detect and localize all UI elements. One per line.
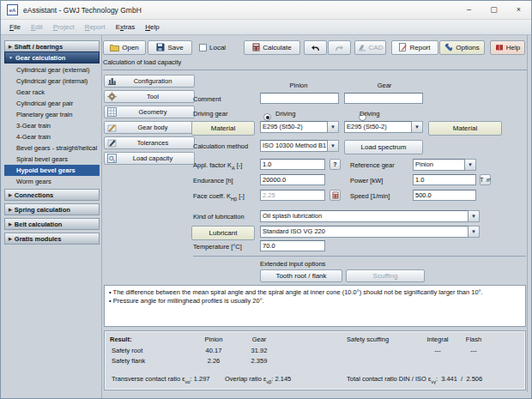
button-label: Options bbox=[456, 44, 480, 51]
help-button[interactable]: Help bbox=[490, 40, 525, 55]
material-gear-button[interactable]: Material bbox=[428, 121, 502, 136]
lubrication-dropdown[interactable]: Oil splash lubrication▼ bbox=[260, 210, 480, 222]
menu-text: elp bbox=[150, 23, 160, 31]
endurance-label: Endurance [h] bbox=[193, 177, 233, 184]
result-col-integral: Integral bbox=[426, 336, 448, 343]
menu-extras[interactable]: Extras bbox=[111, 21, 141, 33]
sidebar-header-label: Gratis modules bbox=[15, 235, 62, 243]
undo-icon bbox=[311, 44, 320, 51]
result-panel: Result: Pinion Gear Safety scuffing Inte… bbox=[104, 330, 526, 390]
minimize-button[interactable]: – bbox=[456, 1, 481, 19]
chevron-right-icon: ▶ bbox=[9, 236, 12, 241]
sidebar-item-4-gear-train[interactable]: 4-Gear train bbox=[4, 131, 100, 142]
sidebar-item-cylindrical-gear-external[interactable]: Cylindrical gear (external) bbox=[4, 64, 100, 76]
nav-button-label: Configuration bbox=[120, 77, 194, 85]
lubrication-label: Kind of lubrication bbox=[193, 213, 245, 221]
lubricant-dropdown[interactable]: Standard ISO VG 220▼ bbox=[260, 226, 480, 238]
sidebar-item-gratis-modules[interactable]: ▶Gratis modules bbox=[4, 233, 100, 245]
menu-file[interactable]: File bbox=[4, 21, 26, 33]
calculator-icon bbox=[332, 191, 339, 199]
menu-text: ile bbox=[14, 23, 21, 31]
sidebar-item-connections[interactable]: ▶Connections bbox=[4, 189, 100, 201]
face-coeff-calculator-button[interactable] bbox=[329, 190, 341, 201]
checkbox-icon bbox=[199, 44, 207, 51]
local-checkbox[interactable]: Local bbox=[199, 44, 242, 51]
options-button[interactable]: Options bbox=[439, 40, 485, 55]
sidebar-item-belt-calculation[interactable]: ▶Belt calculation bbox=[4, 218, 100, 230]
menu-text: roject bbox=[57, 23, 75, 31]
floppy-disk-icon bbox=[156, 43, 165, 51]
sidebar-item-gear-calculation[interactable]: ▼Gear calculation bbox=[4, 51, 100, 63]
driving-pinion-radio[interactable] bbox=[263, 113, 271, 121]
total-contact-ratio-din-value: 3.441 bbox=[441, 375, 457, 383]
sidebar-header-label: Shaft / bearings bbox=[15, 43, 63, 51]
result-col-flash: Flash bbox=[466, 336, 481, 343]
sidebar-header-label: Connections bbox=[15, 191, 53, 199]
open-button[interactable]: Open bbox=[103, 40, 146, 55]
maximize-button[interactable]: ▢ bbox=[481, 1, 506, 19]
menu-text: eport bbox=[89, 23, 105, 31]
hint-message-box: • The difference between the mean spiral… bbox=[104, 285, 526, 327]
comment-gear-input[interactable] bbox=[344, 93, 423, 104]
sidebar-item-spring-calculation[interactable]: ▶Spring calculation bbox=[4, 203, 100, 215]
button-label: Save bbox=[167, 44, 183, 51]
safety-root-pinion-value: 40.17 bbox=[206, 347, 222, 354]
transverse-contact-ratio: Transverse contact ratio εvα: 1.297 bbox=[112, 375, 210, 384]
section-title: Calculation of load capacity bbox=[103, 58, 527, 70]
sidebar-item-bevel-gears[interactable]: Bevel gears - straight/helical bbox=[4, 142, 100, 154]
material-gear-dropdown[interactable]: E295 (St50-2)▼ bbox=[344, 121, 423, 133]
comment-pinion-input[interactable] bbox=[260, 93, 339, 104]
chevron-right-icon: ▶ bbox=[9, 207, 12, 212]
tool-button[interactable]: Tool bbox=[104, 90, 195, 103]
redo-button bbox=[328, 40, 351, 55]
chevron-right-icon: ▶ bbox=[9, 44, 12, 49]
chevron-down-icon: ▼ bbox=[465, 159, 476, 171]
calculate-button[interactable]: Calculate bbox=[244, 40, 300, 55]
nav-button-label: Geometry bbox=[120, 108, 194, 116]
material-pinion-dropdown[interactable]: E295 (St50-2)▼ bbox=[260, 121, 339, 133]
lubricant-button[interactable]: Lubricant bbox=[191, 226, 255, 240]
torque-power-toggle-button[interactable]: T/P bbox=[480, 174, 491, 185]
temperature-input[interactable] bbox=[260, 240, 325, 251]
sidebar-item-3-gear-train[interactable]: 3-Gear train bbox=[4, 120, 100, 131]
sidebar-item-cylindrical-gear-internal[interactable]: Cylindrical gear (internal) bbox=[4, 76, 100, 87]
menu-help[interactable]: Help bbox=[140, 21, 164, 33]
undo-button[interactable] bbox=[304, 40, 327, 55]
sidebar-item-cylindrical-gear-pair[interactable]: Cylindrical gear pair bbox=[4, 98, 100, 109]
tolerances-button[interactable]: Tolerances bbox=[104, 136, 195, 149]
hint-line: • Pressure angle for millinghead profile… bbox=[109, 297, 521, 305]
safety-root-gear-value: 31.92 bbox=[251, 347, 268, 354]
menu-report: Report bbox=[80, 21, 111, 33]
caliper-pencil-icon bbox=[106, 138, 117, 148]
driving-pinion-radio-label: Driving bbox=[275, 110, 295, 118]
report-button[interactable]: Report bbox=[391, 40, 438, 55]
help-book-icon bbox=[495, 44, 504, 51]
geometry-button[interactable]: Geometry bbox=[104, 106, 195, 118]
scuffing-button: Scuffing bbox=[346, 269, 425, 282]
appl-factor-help-button[interactable]: ? bbox=[329, 159, 341, 170]
load-spectrum-button[interactable]: Load spectrum bbox=[344, 140, 423, 154]
material-pinion-button[interactable]: Material bbox=[191, 121, 255, 136]
sidebar-item-gear-rack[interactable]: Gear rack bbox=[4, 87, 100, 98]
chevron-right-icon: ▶ bbox=[9, 221, 12, 227]
sidebar-item-spiral-bevel-gears[interactable]: Spiral bevel gears bbox=[4, 154, 100, 165]
sidebar-item-worm-gears[interactable]: Worm gears bbox=[4, 176, 100, 187]
save-button[interactable]: Save bbox=[148, 40, 192, 55]
chevron-down-icon: ▼ bbox=[328, 121, 339, 133]
load-capacity-button[interactable]: OxLoad capacity bbox=[104, 152, 195, 165]
reference-gear-dropdown[interactable]: Pinion▼ bbox=[413, 159, 476, 171]
close-button[interactable]: × bbox=[506, 1, 531, 19]
gear-body-button[interactable]: Gear body bbox=[104, 121, 195, 134]
sidebar-item-hypoid-bevel-gears[interactable]: Hypoid bevel gears bbox=[4, 165, 100, 176]
power-input[interactable] bbox=[413, 174, 476, 185]
tooth-root-flank-button[interactable]: Tooth root / flank bbox=[260, 269, 342, 282]
speed-input[interactable] bbox=[413, 190, 476, 201]
appl-factor-input[interactable] bbox=[260, 159, 325, 170]
total-contact-ratio: Total contact ratio DIN / ISO εvγ: 3.441… bbox=[347, 375, 482, 384]
sidebar-item-planetary-gear-train[interactable]: Planetary gear train bbox=[4, 109, 100, 120]
speed-label: Speed [1/min] bbox=[350, 192, 390, 200]
calculation-method-dropdown[interactable]: ISO 10300 Method B1▼ bbox=[260, 140, 339, 152]
sidebar-item-shaft-bearings[interactable]: ▶Shaft / bearings bbox=[4, 40, 100, 52]
configuration-button[interactable]: Configuration bbox=[104, 75, 195, 88]
endurance-input[interactable] bbox=[260, 174, 325, 185]
